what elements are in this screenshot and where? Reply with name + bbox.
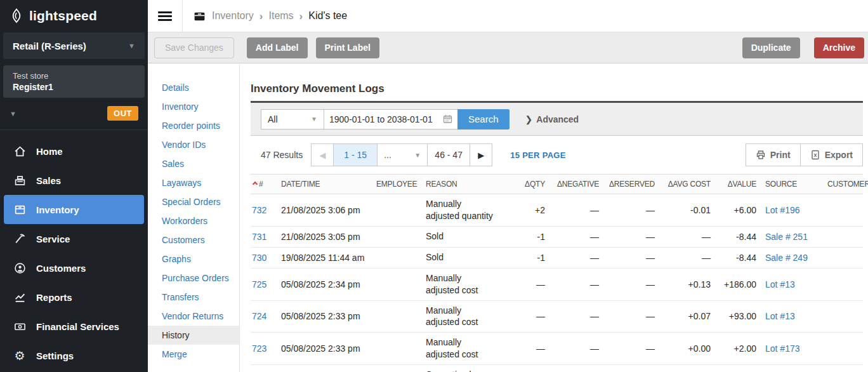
column-header-avg-cost[interactable]: ΔAVG COST — [656, 180, 712, 189]
item-nav-link[interactable]: Sales — [148, 154, 239, 173]
advanced-filters-toggle[interactable]: ❯ Advanced — [525, 114, 579, 124]
nav-item-financial-services[interactable]: Financial Services — [4, 312, 144, 341]
item-nav-link[interactable]: Customers — [148, 230, 239, 249]
item-nav-link[interactable]: Special Orders — [148, 192, 239, 211]
clock-out-badge[interactable]: OUT — [107, 106, 138, 121]
log-source-link[interactable]: Sale # 251 — [758, 232, 826, 242]
item-nav-link[interactable]: Reorder points — [148, 116, 239, 135]
nav-item-label: Inventory — [36, 204, 79, 215]
log-reason: Manually adjusted cost — [424, 272, 513, 296]
column-header-reserved[interactable]: ΔRESERVED — [600, 180, 656, 189]
current-page-range[interactable]: 1 - 15 — [333, 143, 378, 166]
log-datetime: 05/08/2025 2:33 pm — [280, 311, 375, 321]
item-nav-link[interactable]: Vendor Returns — [148, 307, 239, 326]
export-button[interactable]: x Export — [800, 143, 863, 166]
sort-ascending-icon — [253, 182, 258, 187]
column-header-qty[interactable]: ΔQTY — [513, 180, 546, 189]
store-register-box[interactable]: Test store Register1 — [3, 65, 145, 98]
column-header-id[interactable]: # — [251, 180, 280, 189]
nav-item-inventory[interactable]: Inventory — [4, 195, 144, 224]
item-nav-link[interactable]: Vendor IDs — [148, 135, 239, 154]
page-gap-label: ... — [384, 150, 391, 160]
item-nav-link[interactable]: Graphs — [148, 249, 239, 269]
column-header-value[interactable]: ΔVALUE — [712, 180, 758, 189]
log-value-delta: -8.44 — [712, 232, 758, 242]
log-qty-delta: — — [513, 343, 546, 354]
date-range-field — [324, 109, 458, 130]
log-source-link[interactable]: Lot #196 — [758, 205, 826, 215]
nav-item-label: Settings — [36, 350, 74, 361]
export-button-label: Export — [825, 150, 853, 160]
log-source-link[interactable]: Lot #13 — [758, 311, 826, 321]
log-id-link[interactable]: 724 — [251, 311, 280, 321]
log-id-link[interactable]: 730 — [251, 253, 280, 263]
sidebar-collapse-caret-icon[interactable]: ▼ — [10, 110, 16, 117]
column-header-negative[interactable]: ΔNEGATIVE — [546, 180, 600, 189]
log-source-link[interactable]: Lot #173 — [758, 343, 826, 354]
print-button[interactable]: Print — [746, 143, 801, 166]
log-reserved-delta: — — [600, 311, 656, 321]
print-label-button[interactable]: Print Label — [316, 37, 379, 58]
log-reason: Manually adjusted cost — [424, 336, 513, 361]
log-qty-delta: — — [513, 279, 546, 289]
nav-item-home[interactable]: Home — [4, 136, 144, 166]
column-header-employee[interactable]: EMPLOYEE — [375, 180, 424, 189]
nav-item-settings[interactable]: ⚙ Settings — [4, 341, 144, 370]
next-page-button[interactable]: ▶ — [470, 143, 492, 166]
settings-icon: ⚙ — [13, 349, 26, 362]
menu-toggle-button[interactable] — [148, 0, 183, 32]
item-nav-link[interactable]: Inventory — [148, 97, 239, 116]
log-type-select[interactable]: All ▼ — [261, 109, 324, 130]
item-nav-link[interactable]: Purchase Orders — [148, 269, 239, 288]
log-negative-delta: — — [546, 232, 600, 242]
last-page-range[interactable]: 46 - 47 — [427, 143, 470, 166]
content-area: Details Inventory Reorder points Vendor … — [148, 64, 868, 372]
prev-page-button[interactable]: ◀ — [311, 143, 334, 166]
item-nav-link[interactable]: Details — [148, 78, 239, 97]
breadcrumb: Inventory › Items › Kid's tee — [183, 10, 347, 23]
advanced-label: Advanced — [536, 114, 579, 124]
log-source-link[interactable]: Sale # 249 — [758, 253, 826, 263]
results-count: 47 Results — [261, 150, 303, 160]
column-header-reason[interactable]: REASON — [424, 180, 513, 189]
column-header-source[interactable]: SOURCE — [758, 180, 826, 189]
item-nav-link[interactable]: Layaways — [148, 173, 239, 192]
log-datetime: 05/08/2025 2:33 pm — [280, 343, 375, 354]
duplicate-button[interactable]: Duplicate — [742, 37, 800, 58]
date-range-input[interactable] — [329, 114, 439, 124]
per-page-link[interactable]: 15 PER PAGE — [510, 150, 566, 160]
log-avg-cost-delta: +0.13 — [656, 279, 712, 289]
nav-item-label: Customers — [36, 263, 86, 274]
hamburger-icon — [158, 10, 172, 23]
item-nav-link[interactable]: History — [148, 326, 239, 345]
log-value-delta: +93.00 — [712, 311, 758, 321]
add-label-button[interactable]: Add Label — [247, 37, 308, 58]
breadcrumb-inventory[interactable]: Inventory — [212, 10, 254, 22]
log-source-link[interactable]: Lot #13 — [758, 279, 826, 289]
calendar-icon[interactable] — [443, 114, 452, 124]
nav-item-reports[interactable]: Reports — [4, 282, 144, 312]
save-changes-button[interactable]: Save Changes — [154, 37, 234, 58]
log-id-link[interactable]: 723 — [251, 343, 280, 354]
log-reason: Manually adjusted quantity — [424, 198, 513, 222]
page-select-dropdown[interactable]: ... ▼ — [377, 143, 428, 166]
lightspeed-logo: lightspeed — [0, 0, 148, 30]
inventory-box-icon — [193, 10, 206, 23]
item-nav-link[interactable]: Merge — [148, 345, 239, 364]
nav-item-customers[interactable]: Customers — [4, 253, 144, 282]
item-nav-link[interactable]: Workorders — [148, 211, 239, 230]
log-qty-delta: +2 — [513, 205, 546, 215]
search-button[interactable]: Search — [457, 109, 510, 130]
log-id-link[interactable]: 725 — [251, 279, 280, 289]
item-nav-link[interactable]: Transfers — [148, 288, 239, 307]
archive-button[interactable]: Archive — [814, 37, 864, 58]
nav-item-sales[interactable]: Sales — [4, 166, 144, 195]
column-header-datetime[interactable]: DATE/TIME — [280, 180, 375, 189]
column-header-customer[interactable]: CUSTOMER — [826, 180, 868, 189]
pagination: ◀ 1 - 15 ... ▼ 46 - 47 ▶ — [312, 143, 492, 166]
nav-item-service[interactable]: Service — [4, 224, 144, 253]
log-id-link[interactable]: 732 — [251, 205, 280, 215]
breadcrumb-items[interactable]: Items — [268, 10, 293, 22]
log-id-link[interactable]: 731 — [251, 232, 280, 242]
product-selector[interactable]: Retail (R-Series) ▼ — [3, 32, 145, 59]
